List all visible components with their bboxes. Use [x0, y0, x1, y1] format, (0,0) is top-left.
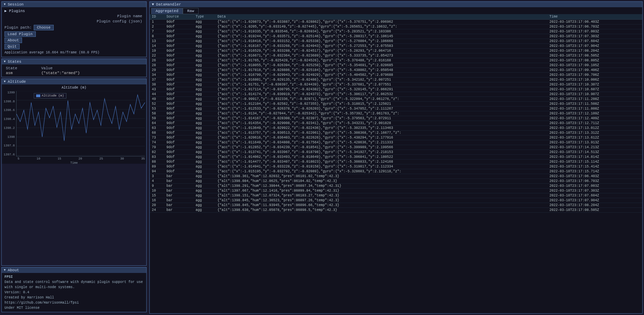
- cell-type: agg: [193, 87, 215, 92]
- cell-id: 59: [150, 116, 164, 121]
- x-axis: 5101520253035: [3, 157, 145, 161]
- x-axis-tick: 15: [57, 157, 61, 161]
- cell-time: 2022-03-18T23:17:13.312Z: [547, 131, 642, 135]
- cell-time: 2022-03-18T23:17:08.204Z: [547, 203, 642, 208]
- cell-type: agg: [193, 150, 215, 155]
- tab-raw[interactable]: Raw: [183, 8, 199, 14]
- col-value: Value: [40, 66, 144, 71]
- states-arrow-icon: ▼: [4, 60, 6, 63]
- cell-data: {"acc":{"x":-1.013741,"y":-0.033967,"z":…: [215, 150, 548, 155]
- cell-time: 2022-03-18T23:17:11.508Z: [547, 102, 642, 106]
- cell-type: agg: [193, 164, 215, 169]
- x-axis-tick: 25: [99, 157, 103, 161]
- cell-time: 2022-03-18T23:17:06.703Z: [547, 24, 642, 29]
- chart-inner: Altitude (m): [16, 91, 145, 156]
- cell-source: 9dof: [164, 39, 193, 44]
- plugins-toggle[interactable]: ▶ Plugins: [4, 9, 25, 13]
- x-axis-tick: 30: [120, 157, 124, 161]
- table-row: 499dofagg{"acc":{"x":-0.99917,"y":-0.032…: [150, 97, 642, 102]
- cell-data: {"acc":{"x":-1.014167,"y":-0.028308,"z":…: [215, 116, 548, 121]
- cell-source: 9dof: [164, 126, 193, 131]
- cell-type: agg: [193, 121, 215, 126]
- states-section: ▼ States State Value asm{"state":"armed"…: [1, 59, 147, 77]
- table-row: 799dofagg{"acc":{"x":-1.012852,"y":-0.03…: [150, 145, 642, 150]
- cell-type: agg: [193, 135, 215, 140]
- cell-type: agg: [193, 73, 215, 78]
- cell-time: 2022-03-18T23:17:12.109Z: [547, 111, 642, 116]
- x-axis-label: Time: [3, 161, 145, 165]
- table-row: 449dofagg{"acc":{"x":-1.014174,"y":-0.03…: [150, 92, 642, 97]
- cell-source: bar: [164, 179, 193, 184]
- table-row: 389dofagg{"acc":{"x":-1.01751,"y":-0.030…: [150, 82, 642, 87]
- cell-time: 2022-03-18T23:17:08.204Z: [547, 49, 642, 53]
- altitude-title: Altitude: [8, 80, 26, 84]
- plugin-config-label: Plugin config (json): [97, 19, 142, 23]
- cell-source: 9dof: [164, 63, 193, 68]
- cell-data: {"acc":{"x":-1.014062,"y":-0.033493,"z":…: [215, 155, 548, 160]
- table-row: 889dofagg{"acc":{"x":-1.014477,"y":-0.03…: [150, 160, 642, 164]
- about-line: Created by Harrison Hall: [4, 295, 144, 300]
- session-header[interactable]: ▼ Session: [2, 2, 146, 7]
- table-row: 79dofagg{"acc":{"x":-1.019335,"y":0.0335…: [150, 29, 642, 34]
- table-row: 139dofagg{"acc":{"x":-1.018416,"y":-0.03…: [150, 39, 642, 44]
- cell-id: 9: [150, 184, 164, 189]
- cell-time: 2022-03-18T23:17:13.012Z: [547, 126, 642, 131]
- cell-type: agg: [193, 184, 215, 189]
- about-button[interactable]: About: [4, 38, 22, 43]
- load-plugin-button[interactable]: Load Plugin: [4, 31, 36, 37]
- session-arrow-icon: ▼: [4, 3, 6, 6]
- cell-type: agg: [193, 68, 215, 73]
- data-table-container[interactable]: IDSourceTypeDataTime 19dofagg{"acc":{"x"…: [150, 14, 642, 313]
- quit-button[interactable]: Quit: [4, 44, 20, 49]
- table-row: 599dofagg{"acc":{"x":-1.014167,"y":-0.02…: [150, 116, 642, 121]
- data-handler-arrow-icon: ▼: [152, 2, 154, 7]
- table-row: 24baragg{"alt":1398.638,"hum":12.05078,"…: [150, 208, 642, 213]
- table-row: 299dofagg{"acc":{"x":-1.017818,"y":-0.02…: [150, 68, 642, 73]
- x-axis-tick: 35: [141, 157, 145, 161]
- table-row: 10baragg{"alt":1397.667,"hum":12.1416,"p…: [150, 189, 642, 193]
- cell-id: 44: [150, 92, 164, 97]
- cell-time: 2022-03-18T23:17:15.714Z: [547, 169, 642, 174]
- cell-type: agg: [193, 97, 215, 102]
- about-title: About: [8, 268, 19, 272]
- data-handler-title: DataHandler: [156, 2, 181, 7]
- y-axis-label: 1398: [3, 135, 15, 139]
- cell-data: {"acc":{"x":-1.018055,"y":-0.026394,"z":…: [215, 63, 548, 68]
- states-header[interactable]: ▼ States: [2, 59, 146, 64]
- cell-id: 22: [150, 53, 164, 58]
- state-value: {"state":"armed"}: [40, 71, 144, 75]
- cell-data: {"acc":{"x":-1.016799,"y":-0.029943,"z":…: [215, 73, 548, 78]
- about-header[interactable]: ▼ About: [2, 267, 146, 273]
- cell-data: {"acc":{"x":-1.017818,"y":-0.028886,"z":…: [215, 68, 548, 73]
- cell-data: {"acc":{"x":-1.018167,"y":-0.033268,"z":…: [215, 44, 548, 49]
- cell-data: {"acc":{"x":-1.0205,"y":-0.033149,"z":-0…: [215, 24, 548, 29]
- cell-data: {"alt":1397.667,"hum":12.1416,"pres":860…: [215, 189, 548, 193]
- cell-time: 2022-03-18T23:17:07.303Z: [547, 189, 642, 193]
- table-row: 839dofagg{"acc":{"x":-1.014062,"y":-0.03…: [150, 155, 642, 160]
- cell-id: 63: [150, 126, 164, 131]
- cell-id: 43: [150, 87, 164, 92]
- cell-source: 9dof: [164, 44, 193, 49]
- cell-id: 2: [150, 24, 164, 29]
- cell-time: 2022-03-18T23:17:09.706Z: [547, 73, 642, 78]
- table-row: 3baragg{"alt":1398.361,"hum":12.02032,"p…: [150, 174, 642, 179]
- table-row: 16baragg{"alt":1398.845,"hum":12.36523,"…: [150, 198, 642, 203]
- cell-data: {"acc":{"x":-1.013757,"y":-0.030513,"z":…: [215, 131, 548, 135]
- table-row: 289dofagg{"acc":{"x":-1.018055,"y":-0.02…: [150, 63, 642, 68]
- table-row: 689dofagg{"acc":{"x":-1.013757,"y":-0.03…: [150, 131, 642, 135]
- cell-time: 2022-03-18T23:17:13.612Z: [547, 135, 642, 140]
- choose-button[interactable]: Choose: [34, 25, 54, 30]
- cell-time: 2022-03-18T23:17:07.003Z: [547, 184, 642, 189]
- altitude-header[interactable]: ▼ Altitude: [2, 79, 146, 84]
- cell-id: 34: [150, 73, 164, 78]
- cell-type: agg: [193, 111, 215, 116]
- table-row: 649dofagg{"acc":{"x":-1.014354,"y":-0.02…: [150, 121, 642, 126]
- cell-source: bar: [164, 208, 193, 213]
- cell-type: agg: [193, 203, 215, 208]
- cell-data: {"alt":1398.845,"hum":12.36523,"pres":86…: [215, 198, 548, 203]
- cell-time: 2022-03-18T23:17:15.114Z: [547, 160, 642, 164]
- table-row: 15baragg{"alt":1398.151,"hum":12.07324,"…: [150, 193, 642, 198]
- cell-id: 37: [150, 78, 164, 82]
- chart-legend: Altitude (m): [34, 93, 66, 99]
- tab-aggregated[interactable]: Aggregated: [151, 8, 183, 14]
